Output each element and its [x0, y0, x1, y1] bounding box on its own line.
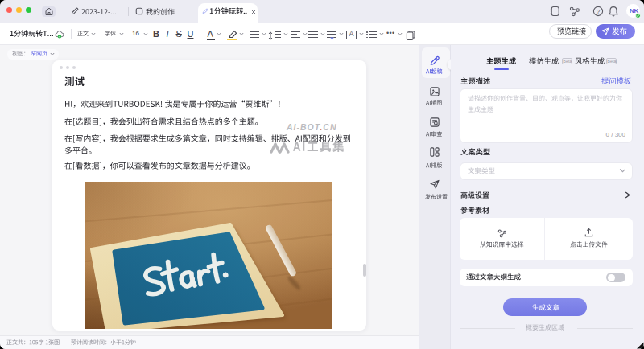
svg-text:?: ? [597, 8, 600, 15]
